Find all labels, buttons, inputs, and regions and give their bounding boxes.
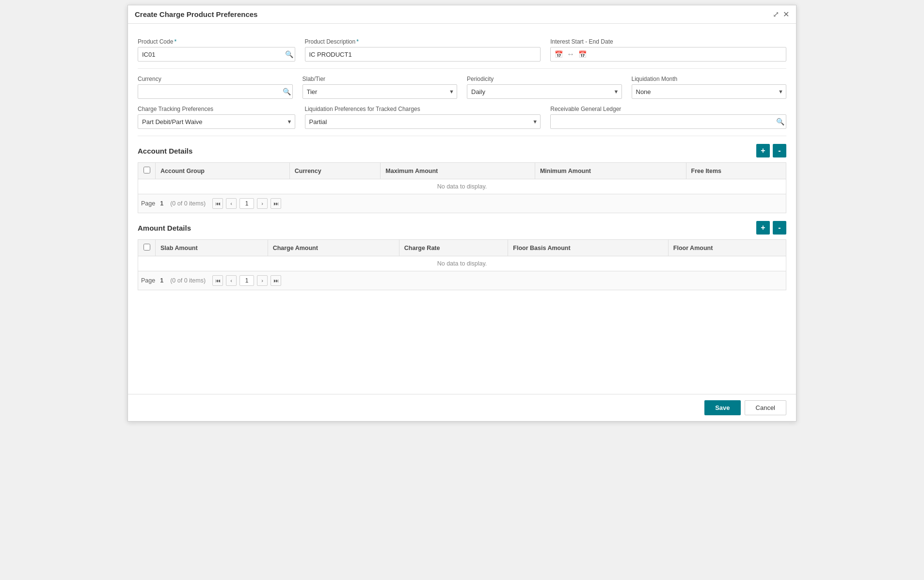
product-code-label: Product Code* [138, 38, 295, 45]
account-checkbox-header [138, 163, 156, 179]
account-max-amount-header: Maximum Amount [381, 163, 535, 179]
account-select-all-checkbox[interactable] [143, 167, 150, 173]
titlebar-icons: ⤢ ✕ [773, 11, 789, 18]
liquidation-pref-label: Liquidation Preferences for Tracked Char… [305, 106, 541, 112]
account-prev-page-btn[interactable]: ‹ [226, 198, 237, 209]
currency-search-btn[interactable]: 🔍 [283, 88, 291, 95]
account-page-input[interactable] [239, 198, 254, 209]
account-details-actions: + - [756, 144, 786, 157]
required-star-2: * [356, 38, 359, 45]
product-code-wrapper: 🔍 [138, 47, 295, 62]
amount-select-all-checkbox[interactable] [143, 244, 150, 251]
account-details-title: Account Details [138, 147, 192, 155]
dialog-title: Create Charge Product Preferences [135, 10, 257, 18]
interest-date-label: Interest Start - End Date [550, 38, 786, 45]
slab-tier-field: Slab/Tier Tier Slab ▼ [303, 76, 458, 99]
receivable-gl-search-btn[interactable]: 🔍 [776, 118, 784, 125]
account-remove-button[interactable]: - [773, 144, 786, 157]
amount-page-info: (0 of 0 items) [170, 277, 206, 284]
charge-tracking-field: Charge Tracking Preferences Part Debit/P… [138, 106, 295, 129]
slab-tier-wrapper: Tier Slab ▼ [303, 84, 458, 99]
charge-tracking-select[interactable]: Part Debit/Part Waive Full Debit Full Wa… [138, 114, 295, 129]
account-last-page-btn[interactable]: ⏭ [271, 198, 281, 209]
cancel-button[interactable]: Cancel [745, 400, 786, 415]
liquidation-month-select[interactable]: None January February [632, 84, 787, 99]
account-next-page-btn[interactable]: › [257, 198, 268, 209]
amount-last-page-btn[interactable]: ⏭ [271, 275, 281, 286]
save-button[interactable]: Save [704, 400, 740, 415]
periodicity-field: Periodicity Daily Monthly Yearly ▼ [467, 76, 622, 99]
amount-remove-button[interactable]: - [773, 221, 786, 235]
amount-page-label: Page [141, 277, 155, 284]
periodicity-label: Periodicity [467, 76, 622, 82]
liquidation-month-label: Liquidation Month [632, 76, 787, 82]
start-date-calendar-btn[interactable]: 📅 [554, 50, 564, 58]
product-code-search-btn[interactable]: 🔍 [285, 50, 293, 58]
amount-no-data-row: No data to display. [138, 256, 786, 271]
receivable-gl-label: Receivable General Ledger [550, 106, 786, 112]
account-details-section: Account Details + - Account Group Curren… [138, 144, 786, 213]
receivable-gl-input[interactable] [550, 114, 786, 129]
amount-prev-page-btn[interactable]: ‹ [226, 275, 237, 286]
dialog-footer: Save Cancel [128, 394, 796, 421]
create-charge-dialog: Create Charge Product Preferences ⤢ ✕ Pr… [127, 5, 797, 422]
charge-tracking-label: Charge Tracking Preferences [138, 106, 295, 112]
account-details-table: Account Group Currency Maximum Amount Mi… [138, 162, 786, 194]
maximize-icon[interactable]: ⤢ [773, 11, 779, 18]
liquidation-pref-field: Liquidation Preferences for Tracked Char… [305, 106, 541, 129]
form-row-3: Charge Tracking Preferences Part Debit/P… [138, 106, 786, 129]
account-currency-header: Currency [289, 163, 381, 179]
slab-tier-label: Slab/Tier [303, 76, 458, 82]
product-code-field: Product Code* 🔍 [138, 38, 295, 62]
form-section-mid: Currency 🔍 Slab/Tier Tier Slab ▼ [138, 69, 786, 136]
amount-page-num: 1 [160, 277, 163, 284]
account-no-data-row: No data to display. [138, 179, 786, 194]
amount-details-title: Amount Details [138, 224, 191, 232]
form-row-1: Product Code* 🔍 Product Description* [138, 38, 786, 62]
account-group-header: Account Group [156, 163, 290, 179]
liquidation-month-field: Liquidation Month None January February … [632, 76, 787, 99]
close-icon[interactable]: ✕ [783, 11, 789, 18]
account-table-header-row: Account Group Currency Maximum Amount Mi… [138, 163, 786, 179]
account-page-num: 1 [160, 200, 163, 207]
end-date-calendar-btn[interactable]: 📅 [577, 50, 588, 58]
receivable-gl-wrapper: 🔍 [550, 114, 786, 129]
date-separator: ↔ [566, 50, 575, 59]
interest-date-field: Interest Start - End Date 📅 ↔ 📅 [550, 38, 786, 62]
amount-details-header: Amount Details + - [138, 221, 786, 235]
dialog-body: Product Code* 🔍 Product Description* [128, 24, 796, 394]
currency-label: Currency [138, 76, 293, 82]
currency-wrapper: 🔍 [138, 84, 293, 99]
account-pagination: Page 1 (0 of 0 items) ⏮ ‹ › ⏭ [138, 194, 786, 213]
account-first-page-btn[interactable]: ⏮ [212, 198, 223, 209]
amount-page-input[interactable] [239, 275, 254, 286]
product-code-input[interactable] [138, 47, 295, 62]
account-page-label: Page [141, 200, 155, 207]
amount-pagination: Page 1 (0 of 0 items) ⏮ ‹ › ⏭ [138, 271, 786, 290]
form-row-2: Currency 🔍 Slab/Tier Tier Slab ▼ [138, 76, 786, 99]
product-desc-input[interactable] [305, 47, 541, 62]
account-add-button[interactable]: + [756, 144, 770, 157]
account-details-header: Account Details + - [138, 144, 786, 157]
amount-checkbox-header [138, 240, 156, 256]
liquidation-pref-select[interactable]: Partial Full [305, 114, 541, 129]
account-free-items-header: Free Items [686, 163, 786, 179]
charge-rate-header: Charge Rate [399, 240, 508, 256]
amount-next-page-btn[interactable]: › [257, 275, 268, 286]
amount-no-data-cell: No data to display. [138, 256, 786, 271]
amount-add-button[interactable]: + [756, 221, 770, 235]
account-min-amount-header: Minimum Amount [535, 163, 686, 179]
charge-tracking-wrapper: Part Debit/Part Waive Full Debit Full Wa… [138, 114, 295, 129]
periodicity-select[interactable]: Daily Monthly Yearly [467, 84, 622, 99]
amount-first-page-btn[interactable]: ⏮ [212, 275, 223, 286]
currency-input[interactable] [138, 84, 293, 99]
product-desc-label: Product Description* [305, 38, 541, 45]
amount-details-table: Slab Amount Charge Amount Charge Rate Fl… [138, 239, 786, 271]
periodicity-wrapper: Daily Monthly Yearly ▼ [467, 84, 622, 99]
amount-table-header-row: Slab Amount Charge Amount Charge Rate Fl… [138, 240, 786, 256]
account-no-data-cell: No data to display. [138, 179, 786, 194]
slab-tier-select[interactable]: Tier Slab [303, 84, 458, 99]
charge-amount-header: Charge Amount [268, 240, 399, 256]
product-desc-wrapper [305, 47, 541, 62]
account-page-info: (0 of 0 items) [170, 200, 206, 207]
